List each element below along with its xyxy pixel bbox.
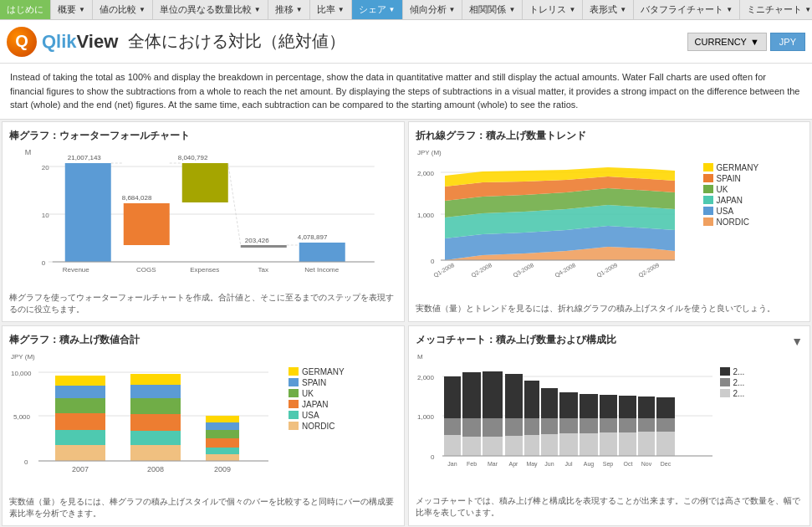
svg-text:203,426: 203,426 [245,237,269,244]
logo: Q QlikView [7,27,118,57]
svg-rect-90 [524,381,539,418]
svg-text:Nov: Nov [641,461,651,467]
charts-grid: 棒グラフ：ウォーターフォールチャート M 20 10 0 21,007,143 [0,120,812,528]
germany-color [703,163,713,171]
svg-text:Q1-2008: Q1-2008 [432,261,456,279]
logo-q: Q [15,32,28,51]
nav-item-hikaku[interactable]: 値の比較▼ [93,0,153,19]
svg-text:Revenue: Revenue [63,266,90,274]
svg-text:2009: 2009 [214,465,231,473]
mekko-legend-1: 2... [720,367,745,376]
arrow-icon: ▼ [449,6,456,13]
stacked-bar-desc: 実数値（量）を見るには、棒グラフの積み上げスタイルで個々のバーを比較すると同時に… [9,496,397,519]
svg-text:Apr: Apr [508,461,518,468]
svg-rect-54 [55,445,105,461]
svg-text:5,000: 5,000 [13,413,31,421]
svg-rect-89 [505,436,523,456]
svg-text:May: May [526,461,538,468]
line-chart-legend: GERMANY SPAIN UK JAPAN USA [700,146,759,299]
svg-text:0: 0 [431,258,435,265]
nav-item-hiritsu[interactable]: 比率▼ [310,0,352,19]
spain-color [703,174,713,182]
nav-bar: はじめに 概要▼ 値の比較▼ 単位の異なる数量比較▼ 推移▼ 比率▼ シェア▼ … [0,0,812,20]
usa-color [703,207,713,215]
nav-item-butterfly[interactable]: バタフライチャート▼ [634,0,740,19]
arrow-icon: ▼ [569,6,575,13]
svg-rect-80 [444,435,461,456]
header: Q QlikView 全体における対比（絶対値） CURRENCY ▼ JPY [0,20,812,64]
revenue-bar [65,163,111,262]
mekko-chart-area: M 2,000 1,000 0 [416,350,804,492]
line-chart-svg: JPY (M) 2,000 1,000 0 [416,146,700,289]
svg-text:Expenses: Expenses [190,266,219,274]
nav-item-hyokeishiki[interactable]: 表形式▼ [583,0,634,19]
svg-text:Jan: Jan [447,461,457,467]
svg-rect-108 [638,397,655,418]
svg-rect-81 [462,372,481,418]
svg-rect-101 [580,433,598,456]
arrow-icon: ▼ [254,6,261,13]
svg-rect-63 [206,430,239,438]
svg-rect-55 [130,374,181,385]
nav-item-share[interactable]: シェア▼ [352,0,403,19]
svg-text:10: 10 [42,212,49,219]
svg-rect-93 [541,388,558,418]
svg-rect-53 [55,430,105,445]
line-chart-area: JPY (M) 2,000 1,000 0 [416,146,804,299]
nav-item-suii[interactable]: 推移▼ [268,0,310,19]
stacked-bar-title: 棒グラフ：積み上げ数値合計 [9,333,397,347]
stacked-legend-nordic: NORDIC [289,422,345,431]
nav-item-gaiyou[interactable]: 概要▼ [51,0,93,19]
svg-text:Jul: Jul [564,461,572,467]
expenses-bar [182,163,228,202]
arrow-icon: ▼ [389,6,396,13]
mekko-desc: メッコチャートでは、積み上げ棒と構成比を表現することが出来ます。この例では高さで… [416,495,804,519]
svg-text:COGS: COGS [136,266,156,274]
svg-rect-58 [130,414,181,431]
svg-rect-87 [505,374,523,418]
svg-rect-102 [600,395,617,418]
nav-item-hajimeni[interactable]: はじめに [0,0,51,19]
svg-rect-111 [656,397,675,418]
svg-text:1,000: 1,000 [417,212,435,219]
line-chart-desc: 実数値（量）とトレンドを見るには、折れ線グラフの積み上げスタイルを使うと良いでし… [416,303,804,315]
svg-text:0: 0 [42,259,46,267]
svg-text:Q3-2008: Q3-2008 [512,261,535,279]
mekko-legend: 2... 2... 2... [717,350,745,492]
uk-color [703,185,713,193]
svg-rect-82 [462,418,481,437]
svg-rect-110 [638,432,655,456]
svg-rect-65 [206,448,239,454]
svg-text:Oct: Oct [623,461,632,467]
nav-item-soukan[interactable]: 相関関係▼ [462,0,523,19]
svg-text:4,078,897: 4,078,897 [298,233,328,241]
waterfall-title: 棒グラフ：ウォーターフォールチャート [9,129,397,143]
svg-rect-103 [600,418,617,432]
jpy-button[interactable]: JPY [770,33,805,51]
nav-item-trellis[interactable]: トレリス▼ [523,0,583,19]
nordic-color [703,217,713,226]
svg-rect-56 [130,385,181,398]
svg-rect-86 [483,437,503,456]
nav-item-tani[interactable]: 単位の異なる数量比較▼ [153,0,268,19]
legend-uk: UK [703,185,759,194]
svg-rect-88 [505,418,523,436]
mekko-dropdown-icon[interactable]: ▼ [791,335,803,348]
svg-text:8,040,792: 8,040,792 [178,154,208,161]
svg-rect-78 [444,376,461,418]
svg-rect-109 [638,418,655,432]
nav-item-keikou[interactable]: 傾向分析▼ [403,0,463,19]
logo-text: QlikView [42,31,118,53]
currency-button[interactable]: CURRENCY ▼ [687,33,767,51]
nav-item-mini[interactable]: ミニチャート▼ [740,0,812,19]
svg-rect-66 [206,454,239,461]
svg-text:Mar: Mar [487,461,498,467]
svg-rect-50 [55,386,105,398]
svg-rect-85 [483,418,503,437]
line-chart-panel: 折れ線グラフ：積み上げ数量トレンド JPY (M) 2,000 1,000 0 [408,121,811,322]
page-title: 全体における対比（絶対値） [128,30,687,53]
stacked-legend-uk: UK [289,389,345,398]
svg-rect-83 [462,437,481,456]
mekko-chart-panel: メッコチャート：積み上げ数量および構成比 ▼ M 2,000 1,000 0 [408,325,811,526]
legend-germany: GERMANY [703,163,759,172]
